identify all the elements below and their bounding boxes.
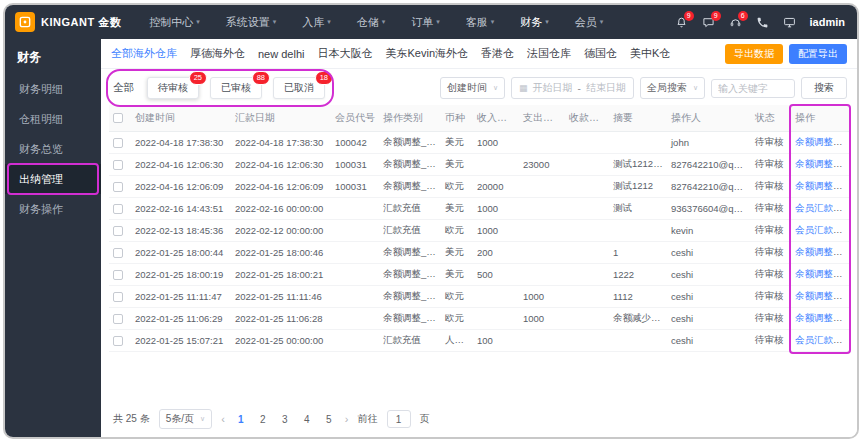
app-window: KINGANT 金数 控制中心▾系统设置▾入库▾仓储▾订单▾客服▾财务▾会员▾ … xyxy=(3,3,859,439)
cell-member xyxy=(331,285,379,307)
page-number-button[interactable]: 1 xyxy=(234,414,248,425)
time-field-select[interactable]: 创建时间 ∨ xyxy=(440,77,505,99)
row-action-link[interactable]: 会员汇款审核 xyxy=(795,224,849,235)
next-page-button[interactable]: › xyxy=(345,413,349,425)
filter-button[interactable]: 已取消18 xyxy=(273,77,325,99)
search-button[interactable]: 搜索 xyxy=(801,77,847,99)
topnav-menu-item[interactable]: 入库▾ xyxy=(302,15,331,30)
page-number-button[interactable]: 4 xyxy=(300,414,314,425)
column-header[interactable]: 操作类别 xyxy=(379,105,441,131)
row-checkbox[interactable] xyxy=(113,336,123,346)
search-scope-select[interactable]: 全局搜索 ∨ xyxy=(640,77,705,99)
cell-remit: 2022-02-12 00:00:00 xyxy=(231,219,331,241)
column-header[interactable]: 会员代号 xyxy=(331,105,379,131)
cell-created: 2022-04-16 12:06:09 xyxy=(131,175,231,197)
row-action-link[interactable]: 余额调整审核 xyxy=(795,268,849,279)
row-checkbox[interactable] xyxy=(113,182,123,192)
row-action-link[interactable]: 余额调整审核 xyxy=(795,312,849,323)
cell-remit: 2022-01-25 11:06:28 xyxy=(231,307,331,329)
message-icon[interactable]: 9 xyxy=(702,16,715,29)
sidebar-section-finance[interactable]: 财务 xyxy=(5,39,101,74)
cell-summary xyxy=(609,329,667,351)
column-header[interactable]: 摘要 xyxy=(609,105,667,131)
column-header[interactable]: 支出金额 xyxy=(519,105,565,131)
page-size-select[interactable]: 5条/页 ∨ xyxy=(159,409,212,429)
topnav-menu-item[interactable]: 仓储▾ xyxy=(357,15,386,30)
warehouse-tab[interactable]: 日本大阪仓 xyxy=(317,46,372,61)
column-header[interactable]: 创建时间 xyxy=(131,105,231,131)
goto-page-input[interactable] xyxy=(387,410,411,428)
filter-button[interactable]: 待审核25 xyxy=(147,77,199,99)
warehouse-tab[interactable]: 美东Kevin海外仓 xyxy=(385,46,468,61)
headset-icon[interactable]: 6 xyxy=(729,16,742,29)
select-all-checkbox[interactable] xyxy=(113,113,123,123)
cell-operator: john xyxy=(667,131,751,153)
keyword-input[interactable] xyxy=(711,79,795,98)
filter-all-button[interactable]: 全部 xyxy=(113,81,134,95)
column-header[interactable]: 收款单号 xyxy=(565,105,609,131)
cell-operator: ceshi xyxy=(667,329,751,351)
sidebar-item[interactable]: 财务总览 xyxy=(5,134,101,164)
page-number-button[interactable]: 2 xyxy=(256,414,270,425)
topnav-menu-item[interactable]: 会员▾ xyxy=(575,15,604,30)
monitor-icon[interactable] xyxy=(783,16,796,29)
warehouse-tab[interactable]: 厚德海外仓 xyxy=(190,46,245,61)
phone-icon[interactable] xyxy=(756,16,769,29)
date-start-placeholder: 开始日期 xyxy=(533,81,573,95)
row-action-link[interactable]: 余额调整审核 xyxy=(795,158,849,169)
row-checkbox[interactable] xyxy=(113,226,123,236)
column-header[interactable]: 状态 xyxy=(751,105,791,131)
sidebar-item[interactable]: 财务明细 xyxy=(5,74,101,104)
row-checkbox[interactable] xyxy=(113,138,123,148)
cell-currency: 欧元 xyxy=(441,285,473,307)
row-checkbox[interactable] xyxy=(113,314,123,324)
warehouse-tab[interactable]: new delhi xyxy=(258,48,304,60)
cell-summary: 测试1212 xyxy=(609,175,667,197)
cell-type: 汇款充值 xyxy=(379,197,441,219)
topnav-menu-item[interactable]: 控制中心▾ xyxy=(149,15,200,30)
page-number-button[interactable]: 5 xyxy=(322,414,336,425)
chevron-down-icon: ∨ xyxy=(693,84,698,92)
cell-type: 余额调整_增加 xyxy=(379,175,441,197)
cell-income xyxy=(473,153,519,175)
warehouse-tab[interactable]: 全部海外仓库 xyxy=(111,46,177,61)
row-action-link[interactable]: 余额调整审核 xyxy=(795,290,849,301)
column-header[interactable]: 操作 xyxy=(791,105,849,131)
row-action-link[interactable]: 余额调整审核 xyxy=(795,246,849,257)
username[interactable]: iadmin xyxy=(810,16,845,28)
warehouse-tab[interactable]: 德国仓 xyxy=(584,46,617,61)
export-data-button[interactable]: 导出数据 xyxy=(725,44,783,64)
sidebar-item[interactable]: 出纳管理 xyxy=(5,164,101,194)
bell-icon[interactable]: 9 xyxy=(675,16,688,29)
row-action-link[interactable]: 余额调整审核 xyxy=(795,180,849,191)
row-checkbox[interactable] xyxy=(113,204,123,214)
warehouse-tab[interactable]: 法国仓库 xyxy=(527,46,571,61)
filter-button[interactable]: 已审核88 xyxy=(210,77,262,99)
sidebar-item[interactable]: 仓租明细 xyxy=(5,104,101,134)
page-unit-label: 页 xyxy=(420,412,430,426)
row-action-link[interactable]: 会员汇款审核 xyxy=(795,334,849,345)
topnav-menu-item[interactable]: 系统设置▾ xyxy=(226,15,277,30)
page-number-button[interactable]: 3 xyxy=(278,414,292,425)
topnav-menu-item[interactable]: 订单▾ xyxy=(411,15,440,30)
column-header[interactable]: 币种 xyxy=(441,105,473,131)
prev-page-button[interactable]: ‹ xyxy=(221,413,225,425)
chevron-down-icon: ▾ xyxy=(600,18,604,26)
column-header[interactable]: 汇款日期 xyxy=(231,105,331,131)
sidebar-item[interactable]: 财务操作 xyxy=(5,194,101,224)
row-checkbox[interactable] xyxy=(113,270,123,280)
row-action-link[interactable]: 会员汇款审核 xyxy=(795,202,849,213)
column-header[interactable]: 操作人 xyxy=(667,105,751,131)
config-export-button[interactable]: 配置导出 xyxy=(789,44,847,64)
column-header[interactable]: 收入金额 xyxy=(473,105,519,131)
warehouse-tab[interactable]: 香港仓 xyxy=(481,46,514,61)
row-checkbox[interactable] xyxy=(113,248,123,258)
topnav-menu-item[interactable]: 客服▾ xyxy=(466,15,495,30)
row-checkbox[interactable] xyxy=(113,160,123,170)
date-range-picker[interactable]: ▦ 开始日期 - 结束日期 xyxy=(511,77,634,99)
topnav-menu-item[interactable]: 财务▾ xyxy=(520,15,549,30)
row-checkbox[interactable] xyxy=(113,292,123,302)
warehouse-tab[interactable]: 美中K仓 xyxy=(630,46,670,61)
row-action-link[interactable]: 余额调整审核 xyxy=(795,136,849,147)
cell-income: 100 xyxy=(473,329,519,351)
